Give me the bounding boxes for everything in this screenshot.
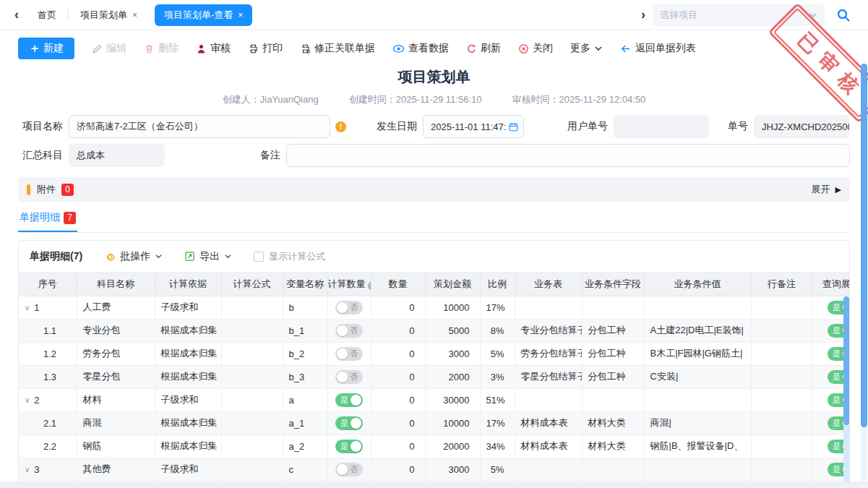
cell-basis[interactable]: 子级求和 xyxy=(155,388,221,411)
cell-amount[interactable]: 10000 xyxy=(425,411,480,435)
cell-biz-value[interactable] xyxy=(644,458,751,481)
col-basis[interactable]: 计算依据 xyxy=(155,273,221,296)
cell-amount[interactable]: 3000 xyxy=(425,342,480,365)
export-button[interactable]: 导出 xyxy=(184,250,232,263)
cell-qty[interactable]: 0 xyxy=(371,458,425,481)
batch-operation-button[interactable]: 批操作 xyxy=(104,250,163,263)
cell-biz-field[interactable]: 分包工种 xyxy=(582,365,644,388)
more-button[interactable]: 更多 xyxy=(570,42,603,55)
close-button[interactable]: 关闭 xyxy=(518,42,553,55)
cell-biz-value[interactable]: 商混| xyxy=(644,411,751,435)
tab-close-icon[interactable]: × xyxy=(238,10,243,20)
col-ratio[interactable]: 比例 xyxy=(480,273,515,296)
cell-variable[interactable]: a_2 xyxy=(283,435,327,458)
col-calc-qty[interactable]: 计算数量? xyxy=(327,273,371,296)
tab-close-icon[interactable]: × xyxy=(132,10,137,20)
cell-variable[interactable]: b_2 xyxy=(283,342,327,365)
cell-biz-table[interactable]: 专业分包结算子 xyxy=(515,319,582,342)
col-biz-field[interactable]: 业务条件字段 xyxy=(582,273,644,296)
cell-amount[interactable]: 2000 xyxy=(425,365,480,388)
cell-amount[interactable]: 5000 xyxy=(425,319,480,342)
table-row[interactable]: ∨2 材料 子级求和 a 是 0 30000 51% 是 xyxy=(19,388,850,411)
tab-detail-lines[interactable]: 单据明细 7 xyxy=(18,211,77,232)
calc-qty-toggle[interactable]: 否 xyxy=(335,324,363,338)
calendar-icon[interactable] xyxy=(508,121,519,132)
cell-qty[interactable]: 0 xyxy=(371,365,425,388)
cell-subject[interactable]: 劳务分包 xyxy=(77,342,155,365)
cell-row-note[interactable] xyxy=(751,319,812,342)
cell-row-note[interactable] xyxy=(751,342,812,365)
col-biz-table[interactable]: 业务表 xyxy=(515,273,582,296)
table-row[interactable]: ∨2.2 钢筋 根据成本归集 a_2 是 0 20000 34% 材料成本表 材… xyxy=(19,435,850,458)
expand-button[interactable]: 展开 ▶ xyxy=(812,183,841,196)
table-row[interactable]: ∨1.3 零星分包 根据成本归集 b_3 否 0 2000 3% 零星分包结算子… xyxy=(19,365,850,388)
cell-variable[interactable]: b_3 xyxy=(283,365,327,388)
cell-biz-field[interactable]: 分包工种 xyxy=(582,342,644,365)
cell-formula[interactable] xyxy=(221,319,283,342)
cell-subject[interactable]: 钢筋 xyxy=(77,435,155,458)
cell-biz-table[interactable]: 零星分包结算子 xyxy=(515,365,582,388)
cell-formula[interactable] xyxy=(221,296,283,319)
col-row-note[interactable]: 行备注 xyxy=(751,273,812,296)
edit-button[interactable]: 编辑 xyxy=(92,42,126,55)
cell-ratio[interactable]: 8% xyxy=(480,319,515,342)
cell-basis[interactable]: 子级求和 xyxy=(155,296,221,319)
tabs-scroll-left-icon[interactable]: ‹ xyxy=(7,7,26,22)
cell-ratio[interactable]: 3% xyxy=(480,365,515,388)
cell-ratio[interactable]: 51% xyxy=(480,388,515,411)
col-seq[interactable]: 序号 xyxy=(19,273,77,296)
table-scrollbar-thumb[interactable] xyxy=(843,296,849,425)
cell-ratio[interactable]: 5% xyxy=(480,458,515,481)
col-biz-value[interactable]: 业务条件值 xyxy=(644,273,751,296)
cell-basis[interactable]: 根据成本归集 xyxy=(155,365,221,388)
cell-variable[interactable]: a xyxy=(283,388,327,411)
user-no-field[interactable] xyxy=(614,115,709,138)
table-row[interactable]: ∨1.2 劳务分包 根据成本归集 b_2 否 0 3000 5% 劳务分包结算子… xyxy=(19,342,850,365)
cell-variable[interactable]: a_1 xyxy=(283,411,327,435)
cell-biz-field[interactable]: 材料大类 xyxy=(582,411,644,435)
cell-formula[interactable] xyxy=(221,411,283,435)
cell-qty[interactable]: 0 xyxy=(371,388,425,411)
table-row[interactable]: ∨1 人工费 子级求和 b 否 0 10000 17% 是 xyxy=(19,296,850,319)
project-select[interactable]: 选择项目 xyxy=(653,4,825,26)
cell-subject[interactable]: 商混 xyxy=(77,411,155,435)
cell-biz-value[interactable]: A土建22|D电工|E装饰| xyxy=(644,319,751,342)
cell-biz-table[interactable] xyxy=(515,388,582,411)
table-row[interactable]: ∨1.1 专业分包 根据成本归集 b_1 否 0 5000 8% 专业分包结算子… xyxy=(19,319,850,342)
calc-qty-toggle[interactable]: 否 xyxy=(335,370,363,384)
col-amount[interactable]: 策划金额 xyxy=(425,273,480,296)
cell-qty[interactable]: 0 xyxy=(371,411,425,435)
cell-subject[interactable]: 人工费 xyxy=(77,296,155,319)
table-row[interactable]: ∨3 其他费 子级求和 c 否 0 3000 5% 是 xyxy=(19,458,850,481)
cell-biz-table[interactable]: 材料成本表 xyxy=(515,411,582,435)
cell-biz-table[interactable] xyxy=(515,458,582,481)
cell-row-note[interactable] xyxy=(751,458,812,481)
cell-biz-table[interactable]: 劳务分包结算子 xyxy=(515,342,582,365)
tabs-scroll-right-icon[interactable]: › xyxy=(634,7,653,22)
cell-qty[interactable]: 0 xyxy=(371,342,425,365)
cell-amount[interactable]: 3000 xyxy=(425,458,480,481)
info-icon[interactable]: ! xyxy=(335,121,346,132)
calc-qty-toggle[interactable]: 是 xyxy=(335,416,363,430)
cell-biz-field[interactable]: 材料大类 xyxy=(582,435,644,458)
cell-ratio[interactable]: 34% xyxy=(480,435,515,458)
cell-variable[interactable]: c xyxy=(283,458,327,481)
cell-ratio[interactable]: 5% xyxy=(480,342,515,365)
col-variable[interactable]: 变量名称 xyxy=(283,273,327,296)
row-expand-icon[interactable]: ∨ xyxy=(25,304,30,312)
col-display[interactable]: 查询展示 xyxy=(812,273,850,296)
remark-field[interactable] xyxy=(286,144,850,167)
cell-basis[interactable]: 根据成本归集 xyxy=(155,319,221,342)
tab-project-plan-view[interactable]: 项目策划单-查看 × xyxy=(155,4,252,26)
cell-row-note[interactable] xyxy=(751,365,812,388)
cell-variable[interactable]: b_1 xyxy=(283,319,327,342)
calc-qty-toggle[interactable]: 是 xyxy=(335,440,363,453)
cell-formula[interactable] xyxy=(221,342,283,365)
print-button[interactable]: 打印 xyxy=(248,42,283,55)
page-scrollbar[interactable] xyxy=(861,64,867,483)
cell-biz-field[interactable] xyxy=(582,296,644,319)
cell-biz-field[interactable] xyxy=(582,458,644,481)
cell-row-note[interactable] xyxy=(751,435,812,458)
calc-qty-toggle[interactable]: 否 xyxy=(335,463,363,476)
cell-formula[interactable] xyxy=(221,388,283,411)
